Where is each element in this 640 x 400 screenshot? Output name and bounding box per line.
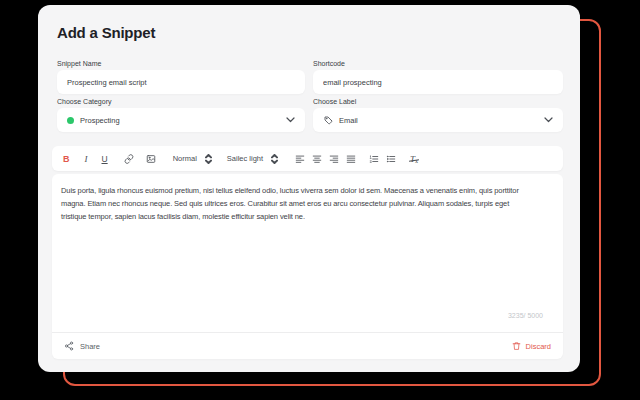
align-center-icon — [312, 154, 322, 164]
snippet-name-label: Snippet Name — [57, 60, 305, 67]
insert-image-button[interactable] — [146, 154, 156, 164]
align-right-icon — [329, 154, 339, 164]
ordered-list-button[interactable] — [369, 154, 379, 164]
bullet-list-button[interactable] — [386, 154, 396, 164]
share-icon — [64, 341, 74, 351]
label-select[interactable]: Email — [313, 108, 563, 132]
align-right-button[interactable] — [329, 154, 339, 164]
snippet-name-input[interactable] — [57, 70, 305, 94]
bold-button[interactable]: B — [63, 154, 70, 164]
align-left-button[interactable] — [295, 154, 305, 164]
choose-label-label: Choose Label — [313, 98, 563, 105]
category-color-dot — [67, 117, 74, 124]
insert-link-button[interactable] — [124, 154, 134, 164]
link-icon — [124, 154, 134, 164]
align-justify-button[interactable] — [346, 154, 356, 164]
align-left-icon — [295, 154, 305, 164]
updown-icon[interactable] — [271, 154, 278, 164]
align-center-button[interactable] — [312, 154, 322, 164]
category-value: Prospecting — [80, 116, 120, 125]
paragraph-style-select[interactable]: Normal — [173, 154, 197, 163]
bullet-list-icon — [386, 154, 396, 164]
discard-label: Discard — [526, 342, 551, 351]
trash-icon — [512, 341, 521, 351]
share-button[interactable]: Share — [64, 341, 100, 351]
label-value: Email — [339, 116, 358, 125]
chevron-down-icon — [544, 117, 553, 123]
editor-area: Duis porta, ligula rhoncus euismod preti… — [52, 174, 563, 359]
character-count: 3235/ 5000 — [508, 312, 543, 319]
clear-formatting-button[interactable]: Tx — [410, 154, 418, 164]
italic-button[interactable]: I — [85, 154, 88, 164]
page-title: Add a Snippet — [57, 24, 155, 41]
editor-footer: Share Discard — [52, 332, 563, 359]
editor-toolbar: B I U Normal Sailec light — [52, 146, 563, 171]
font-select[interactable]: Sailec light — [227, 154, 263, 163]
share-label: Share — [80, 342, 100, 351]
shortcode-input[interactable] — [313, 70, 563, 94]
add-snippet-card: Add a Snippet Snippet Name Shortcode Cho… — [38, 5, 580, 372]
category-select[interactable]: Prospecting — [57, 108, 305, 132]
updown-icon[interactable] — [205, 154, 212, 164]
ordered-list-icon — [369, 154, 379, 164]
discard-button[interactable]: Discard — [512, 341, 551, 351]
underline-button[interactable]: U — [102, 154, 108, 164]
editor-textarea[interactable]: Duis porta, ligula rhoncus euismod preti… — [52, 174, 563, 223]
tag-icon — [323, 115, 333, 125]
align-justify-icon — [346, 154, 356, 164]
chevron-down-icon — [286, 117, 295, 123]
choose-category-label: Choose Category — [57, 98, 305, 105]
image-icon — [146, 154, 156, 164]
shortcode-label: Shortcode — [313, 60, 563, 67]
